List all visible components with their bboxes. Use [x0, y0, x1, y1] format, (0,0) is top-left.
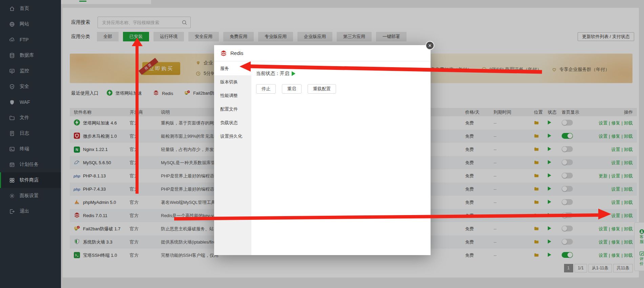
annotation-arrow-right-head — [598, 209, 611, 219]
status-label: 当前状态： — [256, 71, 280, 77]
redis-icon — [220, 50, 227, 57]
redis-settings-modal: ✕ Redis 服务版本切换性能调整配置文件负载状态设置持久化 当前状态：开启 … — [214, 45, 431, 255]
modal-tab-3[interactable]: 配置文件 — [214, 102, 251, 116]
modal-tab-1[interactable]: 版本切换 — [214, 75, 251, 89]
annotation-arrow-up-shaft — [136, 45, 139, 194]
modal-action-button[interactable]: 重启 — [282, 84, 302, 94]
modal-tab-4[interactable]: 负载状态 — [214, 116, 251, 130]
running-status-icon — [292, 71, 295, 76]
modal-title: Redis — [230, 50, 243, 56]
annotation-arrow-left-head — [240, 61, 251, 72]
modal-header: Redis — [214, 45, 431, 61]
service-status: 当前状态：开启 — [256, 71, 431, 77]
modal-action-button[interactable]: 停止 — [256, 84, 276, 94]
modal-action-button[interactable]: 重载配置 — [308, 84, 336, 94]
modal-tab-5[interactable]: 设置持久化 — [214, 130, 251, 143]
annotation-arrow-up-head — [132, 38, 143, 46]
modal-tab-2[interactable]: 性能调整 — [214, 89, 251, 102]
status-value: 开启 — [280, 71, 289, 77]
modal-content: 当前状态：开启 停止重启重载配置 — [251, 62, 431, 255]
close-icon[interactable]: ✕ — [425, 41, 434, 50]
